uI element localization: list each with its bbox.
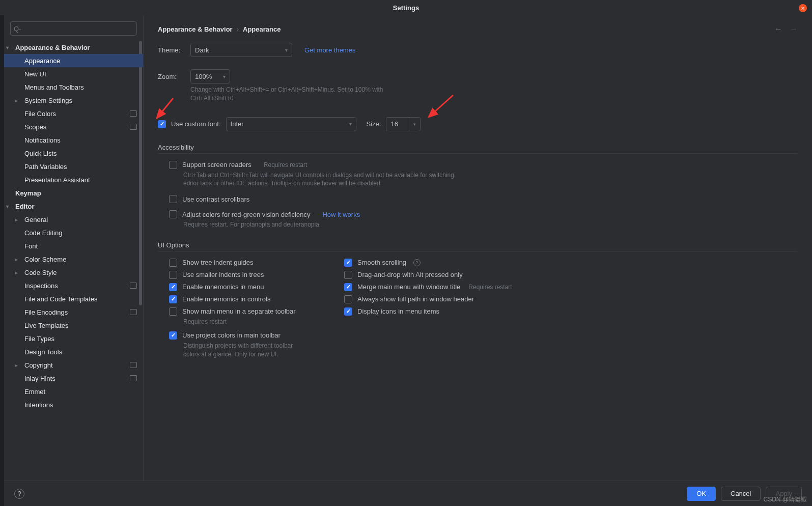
cancel-button[interactable]: Cancel [721, 487, 761, 501]
sidebar-item[interactable]: Appearance [4, 54, 143, 67]
titlebar: Settings ✕ [0, 0, 812, 15]
custom-font-label: Use custom font: [171, 120, 221, 128]
breadcrumb: Appearance & Behavior › Appearance [158, 25, 281, 33]
font-size-input[interactable]: ▾ [386, 117, 421, 131]
nav-arrows: ← → [774, 24, 798, 34]
theme-select[interactable]: Dark▾ [190, 43, 292, 57]
sidebar-item[interactable]: File and Code Templates [4, 292, 143, 305]
sidebar-item[interactable]: Notifications [4, 133, 143, 147]
watermark: CSDN @蜻蜓蝦 [763, 495, 807, 504]
sidebar-item[interactable]: File Colors [4, 107, 143, 120]
chevron-down-icon: ▾ [285, 47, 288, 53]
sidebar-item[interactable]: Live Templates [4, 319, 143, 332]
sidebar-item[interactable]: ▾Editor [4, 200, 143, 213]
scope-badge-icon [130, 362, 137, 368]
chevron-right-icon: ▸ [15, 217, 18, 222]
sidebar-item[interactable]: Code Editing [4, 226, 143, 239]
font-size-label: Size: [367, 120, 381, 128]
ui-options-title: UI Options [158, 241, 798, 249]
chevron-down-icon: ▾ [349, 121, 352, 127]
option-checkbox[interactable] [169, 307, 177, 316]
contrast-scrollbars-checkbox[interactable] [169, 195, 177, 203]
scope-badge-icon [130, 375, 137, 381]
sidebar-item[interactable]: ▸System Settings [4, 94, 143, 107]
window-title: Settings [393, 4, 419, 12]
option-checkbox[interactable] [344, 295, 352, 303]
sidebar-item[interactable]: ▾Appearance & Behavior [4, 41, 143, 54]
sidebar: Q- ▾Appearance & BehaviorAppearanceNew U… [4, 15, 144, 481]
settings-content: Appearance & Behavior › Appearance ← → T… [144, 15, 812, 481]
theme-label: Theme: [158, 46, 185, 54]
search-icon: Q- [14, 25, 21, 33]
sidebar-item[interactable]: Scopes [4, 120, 143, 133]
screen-readers-checkbox[interactable] [169, 161, 177, 169]
option-checkbox[interactable] [169, 259, 177, 267]
color-deficiency-checkbox[interactable] [169, 210, 177, 218]
scope-badge-icon [130, 110, 137, 117]
chevron-down-icon: ▾ [6, 204, 9, 209]
sidebar-item[interactable]: Inspections [4, 279, 143, 292]
help-icon[interactable]: ? [413, 259, 421, 266]
option-checkbox[interactable] [344, 283, 352, 291]
sidebar-item[interactable]: ▸General [4, 213, 143, 226]
chevron-right-icon: ▸ [15, 257, 18, 262]
get-themes-link[interactable]: Get more themes [304, 46, 355, 54]
sidebar-item[interactable]: Font [4, 239, 143, 252]
dialog-footer: ? OK Cancel Apply [4, 481, 812, 506]
accessibility-title: Accessibility [158, 144, 798, 151]
forward-icon[interactable]: → [790, 24, 798, 34]
close-icon[interactable]: ✕ [799, 4, 807, 12]
sidebar-item[interactable]: File Types [4, 332, 143, 345]
custom-font-select[interactable]: Inter▾ [226, 117, 356, 131]
sidebar-item[interactable]: Keymap [4, 186, 143, 200]
scope-badge-icon [130, 309, 137, 315]
zoom-hint: Change with Ctrl+Alt+Shift+= or Ctrl+Alt… [190, 86, 425, 103]
ok-button[interactable]: OK [687, 487, 716, 501]
zoom-label: Zoom: [158, 73, 185, 80]
back-icon[interactable]: ← [774, 24, 782, 34]
search-input[interactable]: Q- [10, 21, 137, 36]
sidebar-item[interactable]: Inlay Hints [4, 372, 143, 385]
option-checkbox[interactable] [169, 331, 177, 340]
sidebar-item[interactable]: ▸Color Scheme [4, 252, 143, 266]
chevron-right-icon: ▸ [15, 270, 18, 275]
chevron-down-icon: ▾ [6, 45, 9, 50]
sidebar-item[interactable]: Path Variables [4, 160, 143, 173]
svg-line-3 [429, 95, 453, 117]
svg-line-1 [157, 98, 173, 118]
scope-badge-icon [130, 124, 137, 130]
chevron-right-icon: ▸ [15, 98, 18, 103]
option-checkbox[interactable] [344, 259, 352, 267]
sidebar-item[interactable]: Emmet [4, 385, 143, 398]
chevron-down-icon: ▾ [223, 74, 226, 79]
option-checkbox[interactable] [169, 271, 177, 279]
option-checkbox[interactable] [344, 307, 352, 316]
option-checkbox[interactable] [344, 271, 352, 279]
chevron-right-icon: ▸ [15, 362, 18, 368]
sidebar-item[interactable]: Design Tools [4, 345, 143, 358]
sidebar-item[interactable]: Intentions [4, 398, 143, 411]
spinner-icon[interactable]: ▾ [409, 118, 420, 131]
option-checkbox[interactable] [169, 283, 177, 291]
sidebar-item[interactable]: Menus and Toolbars [4, 80, 143, 94]
sidebar-item[interactable]: ▸Code Style [4, 266, 143, 279]
sidebar-item[interactable]: File Encodings [4, 305, 143, 319]
settings-tree[interactable]: ▾Appearance & BehaviorAppearanceNew UIMe… [4, 39, 143, 481]
scope-badge-icon [130, 283, 137, 289]
sidebar-item[interactable]: ▸Copyright [4, 358, 143, 372]
sidebar-item[interactable]: New UI [4, 67, 143, 80]
help-icon[interactable]: ? [14, 489, 24, 499]
sidebar-item[interactable]: Presentation Assistant [4, 173, 143, 186]
custom-font-checkbox[interactable] [158, 120, 166, 128]
option-checkbox[interactable] [169, 295, 177, 303]
sidebar-item[interactable]: Quick Lists [4, 147, 143, 160]
zoom-select[interactable]: 100%▾ [190, 69, 230, 83]
